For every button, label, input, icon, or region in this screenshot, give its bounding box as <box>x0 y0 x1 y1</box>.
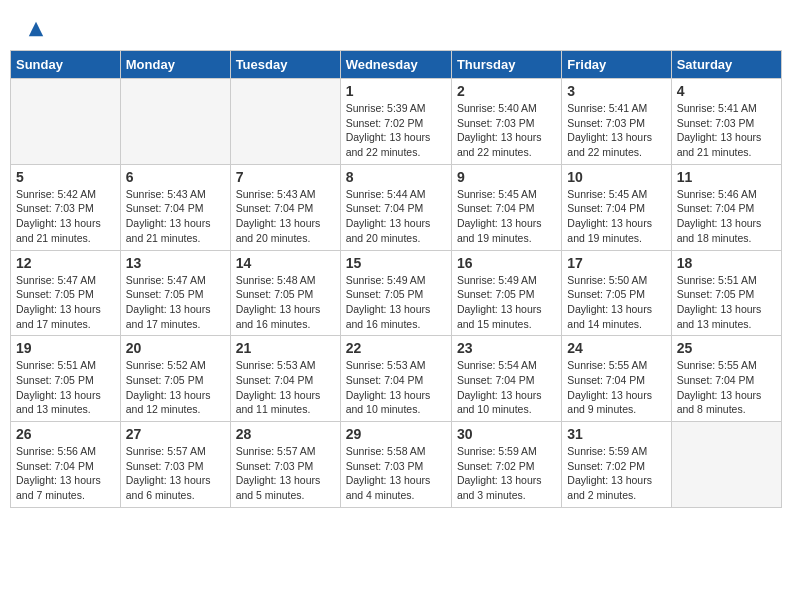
day-number: 22 <box>346 340 446 356</box>
calendar-week-row: 26Sunrise: 5:56 AMSunset: 7:04 PMDayligh… <box>11 422 782 508</box>
calendar-cell <box>230 79 340 165</box>
calendar-cell: 27Sunrise: 5:57 AMSunset: 7:03 PMDayligh… <box>120 422 230 508</box>
day-number: 12 <box>16 255 115 271</box>
calendar-cell <box>671 422 781 508</box>
day-number: 23 <box>457 340 556 356</box>
day-info: Sunrise: 5:46 AMSunset: 7:04 PMDaylight:… <box>677 187 776 246</box>
day-number: 6 <box>126 169 225 185</box>
day-number: 11 <box>677 169 776 185</box>
calendar-cell: 2Sunrise: 5:40 AMSunset: 7:03 PMDaylight… <box>451 79 561 165</box>
day-info: Sunrise: 5:57 AMSunset: 7:03 PMDaylight:… <box>126 444 225 503</box>
day-number: 15 <box>346 255 446 271</box>
day-number: 1 <box>346 83 446 99</box>
calendar-cell: 5Sunrise: 5:42 AMSunset: 7:03 PMDaylight… <box>11 164 121 250</box>
day-info: Sunrise: 5:43 AMSunset: 7:04 PMDaylight:… <box>126 187 225 246</box>
day-number: 3 <box>567 83 665 99</box>
weekday-header-wednesday: Wednesday <box>340 51 451 79</box>
page-header <box>10 10 782 45</box>
logo-icon <box>27 20 45 38</box>
day-info: Sunrise: 5:42 AMSunset: 7:03 PMDaylight:… <box>16 187 115 246</box>
day-info: Sunrise: 5:57 AMSunset: 7:03 PMDaylight:… <box>236 444 335 503</box>
day-number: 28 <box>236 426 335 442</box>
calendar-cell: 23Sunrise: 5:54 AMSunset: 7:04 PMDayligh… <box>451 336 561 422</box>
day-number: 21 <box>236 340 335 356</box>
day-number: 20 <box>126 340 225 356</box>
weekday-header-friday: Friday <box>562 51 671 79</box>
calendar-cell: 4Sunrise: 5:41 AMSunset: 7:03 PMDaylight… <box>671 79 781 165</box>
day-number: 13 <box>126 255 225 271</box>
weekday-header-sunday: Sunday <box>11 51 121 79</box>
calendar-cell <box>11 79 121 165</box>
calendar-cell: 18Sunrise: 5:51 AMSunset: 7:05 PMDayligh… <box>671 250 781 336</box>
calendar-cell: 9Sunrise: 5:45 AMSunset: 7:04 PMDaylight… <box>451 164 561 250</box>
calendar-cell: 1Sunrise: 5:39 AMSunset: 7:02 PMDaylight… <box>340 79 451 165</box>
calendar-cell: 8Sunrise: 5:44 AMSunset: 7:04 PMDaylight… <box>340 164 451 250</box>
day-info: Sunrise: 5:54 AMSunset: 7:04 PMDaylight:… <box>457 358 556 417</box>
day-info: Sunrise: 5:41 AMSunset: 7:03 PMDaylight:… <box>567 101 665 160</box>
day-number: 18 <box>677 255 776 271</box>
calendar-cell: 17Sunrise: 5:50 AMSunset: 7:05 PMDayligh… <box>562 250 671 336</box>
calendar-cell: 12Sunrise: 5:47 AMSunset: 7:05 PMDayligh… <box>11 250 121 336</box>
calendar-header-row: SundayMondayTuesdayWednesdayThursdayFrid… <box>11 51 782 79</box>
day-number: 14 <box>236 255 335 271</box>
weekday-header-monday: Monday <box>120 51 230 79</box>
day-info: Sunrise: 5:49 AMSunset: 7:05 PMDaylight:… <box>457 273 556 332</box>
day-number: 29 <box>346 426 446 442</box>
day-number: 26 <box>16 426 115 442</box>
day-info: Sunrise: 5:55 AMSunset: 7:04 PMDaylight:… <box>567 358 665 417</box>
day-info: Sunrise: 5:40 AMSunset: 7:03 PMDaylight:… <box>457 101 556 160</box>
day-info: Sunrise: 5:43 AMSunset: 7:04 PMDaylight:… <box>236 187 335 246</box>
calendar-cell: 14Sunrise: 5:48 AMSunset: 7:05 PMDayligh… <box>230 250 340 336</box>
day-number: 10 <box>567 169 665 185</box>
calendar-cell <box>120 79 230 165</box>
logo <box>25 20 45 40</box>
calendar-table: SundayMondayTuesdayWednesdayThursdayFrid… <box>10 50 782 508</box>
calendar-week-row: 5Sunrise: 5:42 AMSunset: 7:03 PMDaylight… <box>11 164 782 250</box>
day-info: Sunrise: 5:58 AMSunset: 7:03 PMDaylight:… <box>346 444 446 503</box>
day-info: Sunrise: 5:52 AMSunset: 7:05 PMDaylight:… <box>126 358 225 417</box>
day-number: 5 <box>16 169 115 185</box>
calendar-cell: 25Sunrise: 5:55 AMSunset: 7:04 PMDayligh… <box>671 336 781 422</box>
day-info: Sunrise: 5:51 AMSunset: 7:05 PMDaylight:… <box>677 273 776 332</box>
day-number: 25 <box>677 340 776 356</box>
calendar-cell: 19Sunrise: 5:51 AMSunset: 7:05 PMDayligh… <box>11 336 121 422</box>
day-number: 2 <box>457 83 556 99</box>
day-info: Sunrise: 5:47 AMSunset: 7:05 PMDaylight:… <box>126 273 225 332</box>
day-number: 24 <box>567 340 665 356</box>
calendar-cell: 6Sunrise: 5:43 AMSunset: 7:04 PMDaylight… <box>120 164 230 250</box>
day-info: Sunrise: 5:56 AMSunset: 7:04 PMDaylight:… <box>16 444 115 503</box>
calendar-cell: 11Sunrise: 5:46 AMSunset: 7:04 PMDayligh… <box>671 164 781 250</box>
day-number: 31 <box>567 426 665 442</box>
day-number: 4 <box>677 83 776 99</box>
calendar-cell: 22Sunrise: 5:53 AMSunset: 7:04 PMDayligh… <box>340 336 451 422</box>
day-info: Sunrise: 5:41 AMSunset: 7:03 PMDaylight:… <box>677 101 776 160</box>
calendar-cell: 7Sunrise: 5:43 AMSunset: 7:04 PMDaylight… <box>230 164 340 250</box>
calendar-cell: 16Sunrise: 5:49 AMSunset: 7:05 PMDayligh… <box>451 250 561 336</box>
day-number: 16 <box>457 255 556 271</box>
calendar-week-row: 1Sunrise: 5:39 AMSunset: 7:02 PMDaylight… <box>11 79 782 165</box>
calendar-cell: 21Sunrise: 5:53 AMSunset: 7:04 PMDayligh… <box>230 336 340 422</box>
day-info: Sunrise: 5:59 AMSunset: 7:02 PMDaylight:… <box>457 444 556 503</box>
calendar-cell: 20Sunrise: 5:52 AMSunset: 7:05 PMDayligh… <box>120 336 230 422</box>
day-info: Sunrise: 5:53 AMSunset: 7:04 PMDaylight:… <box>236 358 335 417</box>
day-info: Sunrise: 5:48 AMSunset: 7:05 PMDaylight:… <box>236 273 335 332</box>
day-number: 8 <box>346 169 446 185</box>
day-info: Sunrise: 5:53 AMSunset: 7:04 PMDaylight:… <box>346 358 446 417</box>
day-number: 27 <box>126 426 225 442</box>
calendar-cell: 31Sunrise: 5:59 AMSunset: 7:02 PMDayligh… <box>562 422 671 508</box>
calendar-cell: 10Sunrise: 5:45 AMSunset: 7:04 PMDayligh… <box>562 164 671 250</box>
calendar-cell: 15Sunrise: 5:49 AMSunset: 7:05 PMDayligh… <box>340 250 451 336</box>
svg-marker-0 <box>29 22 43 36</box>
day-number: 7 <box>236 169 335 185</box>
day-info: Sunrise: 5:59 AMSunset: 7:02 PMDaylight:… <box>567 444 665 503</box>
calendar-cell: 13Sunrise: 5:47 AMSunset: 7:05 PMDayligh… <box>120 250 230 336</box>
day-info: Sunrise: 5:47 AMSunset: 7:05 PMDaylight:… <box>16 273 115 332</box>
calendar-cell: 30Sunrise: 5:59 AMSunset: 7:02 PMDayligh… <box>451 422 561 508</box>
calendar-cell: 3Sunrise: 5:41 AMSunset: 7:03 PMDaylight… <box>562 79 671 165</box>
calendar-cell: 28Sunrise: 5:57 AMSunset: 7:03 PMDayligh… <box>230 422 340 508</box>
weekday-header-tuesday: Tuesday <box>230 51 340 79</box>
calendar-week-row: 19Sunrise: 5:51 AMSunset: 7:05 PMDayligh… <box>11 336 782 422</box>
day-info: Sunrise: 5:55 AMSunset: 7:04 PMDaylight:… <box>677 358 776 417</box>
calendar-week-row: 12Sunrise: 5:47 AMSunset: 7:05 PMDayligh… <box>11 250 782 336</box>
calendar-cell: 29Sunrise: 5:58 AMSunset: 7:03 PMDayligh… <box>340 422 451 508</box>
